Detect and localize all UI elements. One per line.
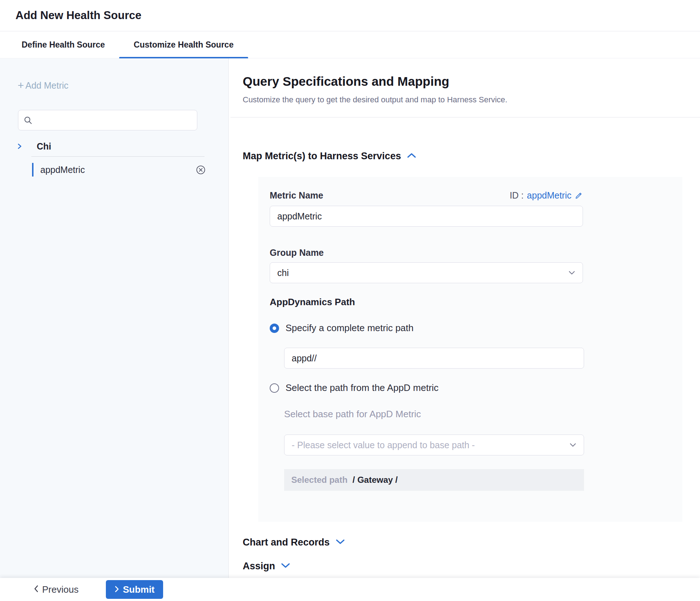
tab-bar: Define Health Source Customize Health So… — [0, 31, 700, 58]
section-subtitle: Customize the query to get the desired o… — [243, 95, 507, 104]
metric-name-row: Metric Name ID : appdMetric — [270, 190, 583, 201]
section-title: Query Specifications and Mapping — [243, 74, 449, 89]
base-path-label: Select base path for AppD Metric — [284, 409, 671, 420]
dialog-header: Add New Health Source — [0, 0, 700, 31]
add-health-source-page: Add New Health Source Define Health Sour… — [0, 0, 700, 601]
plus-icon: + — [18, 80, 24, 91]
chevron-down-icon — [568, 271, 575, 275]
tab-define-health-source[interactable]: Define Health Source — [7, 31, 119, 58]
id-value: appdMetric — [527, 190, 571, 201]
chevron-up-icon[interactable] — [407, 152, 416, 160]
selected-path-bar: Selected path / Gateway / — [284, 469, 584, 491]
divider — [230, 117, 700, 117]
assign-title: Assign — [243, 561, 275, 572]
selected-path-label: Selected path — [291, 475, 347, 485]
appdynamics-path-heading: AppDynamics Path — [270, 297, 671, 308]
radio-select-appd-path[interactable]: Select the path from the AppD metric — [270, 382, 671, 393]
metric-search-box — [18, 110, 197, 130]
group-name-select[interactable]: chi — [270, 262, 583, 283]
metric-id-block: ID : appdMetric — [510, 190, 583, 201]
edit-id-icon[interactable] — [575, 191, 583, 200]
group-name-label: Group Name — [270, 248, 671, 258]
metric-search-input[interactable] — [33, 110, 197, 130]
selected-path-value: / Gateway / — [353, 475, 398, 485]
radio-complete-metric-path[interactable]: Specify a complete metric path — [270, 322, 671, 334]
metric-name-label: Metric Name — [270, 190, 323, 201]
chevron-right-icon[interactable] — [16, 143, 23, 150]
previous-button[interactable]: Previous — [33, 584, 78, 595]
id-label: ID : — [510, 190, 524, 201]
base-path-select[interactable]: - Please select value to append to base … — [284, 435, 584, 455]
query-specs-main: Query Specifications and Mapping Customi… — [229, 58, 700, 578]
selected-indicator-bar — [32, 163, 33, 177]
metrics-sidebar: + Add Metric Chi appdMetric — [0, 58, 229, 578]
radio-select-label: Select the path from the AppD metric — [286, 382, 439, 393]
add-metric-button[interactable]: + Add Metric — [18, 80, 68, 91]
map-metrics-title: Map Metric(s) to Harness Services — [243, 151, 401, 162]
metric-list-item-appdmetric[interactable]: appdMetric — [32, 160, 206, 180]
metric-group-row[interactable]: Chi — [16, 138, 204, 154]
chevron-left-icon — [33, 584, 39, 595]
content-area: + Add Metric Chi appdMetric — [0, 58, 700, 578]
chevron-down-icon[interactable] — [336, 539, 345, 546]
radio-selected-icon[interactable] — [270, 324, 279, 333]
base-path-placeholder: - Please select value to append to base … — [292, 440, 475, 450]
chart-records-section-header[interactable]: Chart and Records — [243, 537, 345, 548]
footer-bar: Previous Submit — [0, 578, 700, 601]
tree-divider — [31, 156, 205, 157]
tab-label: Define Health Source — [22, 40, 105, 50]
metric-item-label: appdMetric — [40, 165, 85, 175]
page-title: Add New Health Source — [15, 9, 142, 22]
metric-name-input[interactable] — [270, 206, 583, 227]
assign-section-header[interactable]: Assign — [243, 561, 290, 572]
chevron-down-icon — [569, 443, 576, 448]
delete-metric-icon[interactable] — [196, 165, 206, 175]
chevron-down-icon[interactable] — [281, 562, 290, 570]
add-metric-label: Add Metric — [26, 80, 68, 91]
complete-metric-path-input[interactable] — [284, 348, 584, 369]
submit-label: Submit — [123, 584, 154, 595]
group-name-value: chi — [277, 268, 289, 278]
chart-records-title: Chart and Records — [243, 537, 330, 548]
radio-complete-label: Specify a complete metric path — [286, 322, 414, 334]
tab-label: Customize Health Source — [134, 40, 233, 50]
chevron-right-icon — [115, 584, 119, 595]
tab-customize-health-source[interactable]: Customize Health Source — [119, 31, 248, 58]
search-icon — [23, 116, 33, 125]
metric-group-label: Chi — [37, 141, 51, 152]
map-metrics-section-header[interactable]: Map Metric(s) to Harness Services — [243, 151, 416, 162]
metric-mapping-panel: Metric Name ID : appdMetric Group Name c… — [258, 177, 682, 522]
radio-unselected-icon[interactable] — [270, 383, 279, 393]
submit-button[interactable]: Submit — [106, 580, 163, 599]
previous-label: Previous — [42, 584, 78, 595]
